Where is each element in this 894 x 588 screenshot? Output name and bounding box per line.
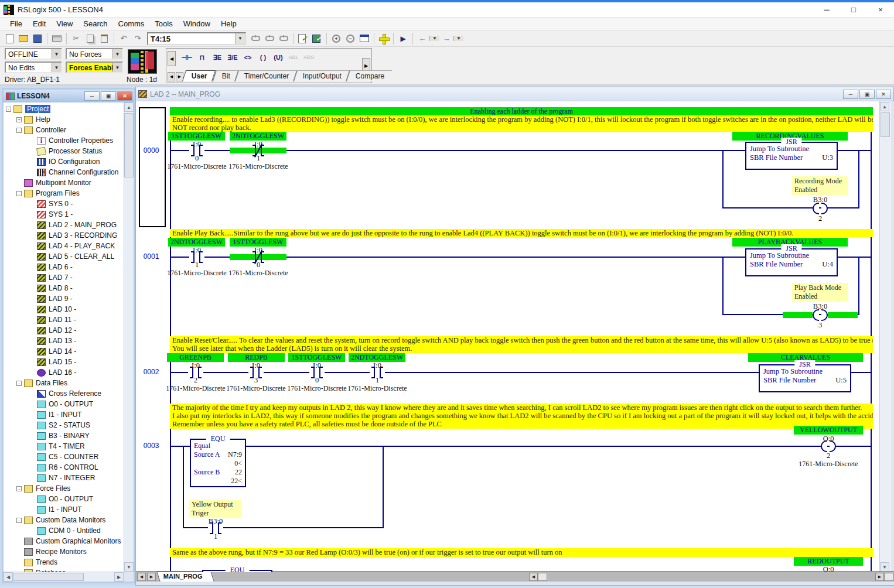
contact-tag[interactable]: 1STTOGGLESW bbox=[168, 132, 225, 141]
close-button[interactable]: × bbox=[867, 2, 894, 18]
tabstrip-right-icon[interactable]: ▶ bbox=[147, 573, 156, 581]
tree-item[interactable]: LAD 15 - bbox=[4, 357, 124, 367]
forces-enabled-select[interactable]: Forces Enabled▼ bbox=[66, 61, 123, 73]
tree-item[interactable]: LAD 2 - MAIN_PROG bbox=[4, 220, 124, 230]
palette-scroll-left-icon[interactable]: ◀ bbox=[168, 51, 176, 66]
contact-address[interactable]: B3:0 bbox=[195, 517, 237, 526]
edits-dropdown-icon[interactable]: ▼ bbox=[52, 63, 61, 72]
tree-item[interactable]: O0 - OUTPUT bbox=[4, 399, 124, 409]
tree-item[interactable]: - Force Files bbox=[4, 483, 124, 494]
tree-item[interactable]: Trends bbox=[4, 557, 124, 568]
new-component-icon[interactable] bbox=[377, 33, 390, 45]
cut-icon[interactable]: ✂ bbox=[70, 33, 83, 45]
properties-window-icon[interactable] bbox=[358, 33, 371, 45]
open-icon[interactable] bbox=[17, 33, 30, 45]
tree-item[interactable]: - Project bbox=[4, 104, 124, 114]
tree-expand-toggle[interactable]: - bbox=[6, 107, 11, 112]
nav-forward-icon[interactable]: → bbox=[440, 33, 453, 45]
tree-item[interactable]: Processor Status bbox=[4, 146, 124, 156]
coil-address[interactable]: O:0 bbox=[807, 435, 849, 443]
tree-item[interactable]: N7 - INTEGER bbox=[4, 473, 124, 483]
tree-item[interactable]: CDM 0 - Untitled bbox=[4, 525, 124, 536]
contact-tag[interactable]: REDPB bbox=[228, 353, 285, 362]
coil-address[interactable]: O:0 bbox=[807, 565, 849, 572]
tree-expand-toggle[interactable]: - bbox=[16, 518, 22, 523]
ladder-hscroll-left-icon[interactable]: ◀ bbox=[529, 573, 538, 581]
find-replace-icon[interactable] bbox=[263, 33, 276, 45]
mode-dropdown-icon[interactable]: ▼ bbox=[52, 49, 61, 59]
contact-tag[interactable]: GREENPB bbox=[167, 353, 224, 362]
ladder-restore-button[interactable]: ▣ bbox=[859, 90, 875, 99]
ladder-hscroll-right-icon[interactable]: ▶ bbox=[875, 573, 884, 581]
rung-number[interactable]: 0003 bbox=[136, 442, 166, 450]
tree-expand-toggle[interactable]: - bbox=[16, 486, 22, 491]
tree-item[interactable]: SYS 1 - bbox=[4, 209, 124, 220]
tree-item[interactable]: Recipe Monitors bbox=[4, 546, 124, 557]
contact-address[interactable]: I:0 bbox=[356, 361, 398, 370]
tree-item[interactable]: C5 - COUNTER bbox=[4, 452, 124, 462]
ladder-close-button[interactable]: ✕ bbox=[876, 90, 891, 99]
tree-expand-toggle[interactable]: - bbox=[16, 381, 22, 386]
menu-item[interactable]: Search bbox=[78, 18, 112, 29]
menu-item[interactable]: Tools bbox=[149, 18, 178, 29]
contact-address[interactable]: I:0 bbox=[237, 246, 279, 255]
tree-item[interactable]: LAD 5 - CLEAR_ALL bbox=[4, 251, 124, 262]
print-icon[interactable] bbox=[50, 33, 63, 45]
tree-item[interactable]: - Program Files bbox=[4, 188, 124, 199]
tree-vertical-scrollbar[interactable]: ▲ ▼ bbox=[124, 102, 134, 572]
tree-item[interactable]: SYS 0 - bbox=[4, 199, 124, 209]
ladder-scroll-up-icon[interactable]: ▲ bbox=[880, 102, 889, 111]
forces-status-select[interactable]: No Forces▼ bbox=[66, 48, 123, 60]
contact-address[interactable]: I:0 bbox=[235, 361, 277, 370]
tree-item[interactable]: R6 - CONTROL bbox=[4, 462, 124, 473]
contact-tag[interactable]: 1STTOGGLESW bbox=[288, 353, 345, 362]
palette-tabs-left-icon[interactable]: ◀ bbox=[168, 72, 175, 81]
tree-item[interactable]: - Controller bbox=[4, 125, 124, 135]
new-icon[interactable] bbox=[3, 33, 16, 45]
tree-item[interactable]: LAD 8 - bbox=[4, 283, 124, 293]
tree-restore-button[interactable]: ▣ bbox=[101, 91, 116, 101]
palette-tab[interactable]: Input/Output bbox=[293, 70, 349, 81]
tree-item[interactable]: LAD 16 - bbox=[4, 367, 124, 378]
palette-tab[interactable]: Bit bbox=[212, 70, 238, 81]
ladder-scroll-thumb[interactable] bbox=[881, 112, 890, 137]
program-tab[interactable]: MAIN_PROG bbox=[156, 572, 214, 582]
tree-item[interactable]: LAD 10 - bbox=[4, 304, 124, 314]
instruction-button[interactable]: ⊣⊢ bbox=[179, 51, 195, 64]
rung-number[interactable]: 0001 bbox=[136, 252, 166, 261]
palette-tab[interactable]: Timer/Counter bbox=[234, 70, 296, 81]
forces-dropdown-icon[interactable]: ▼ bbox=[112, 49, 122, 59]
contact-tag[interactable]: 2NDTOGGLESW bbox=[349, 353, 405, 362]
nav-back-dropdown[interactable]: ▼ bbox=[429, 36, 439, 41]
jsr-instruction[interactable]: JSR Jump To Subroutine SBR File NumberU:… bbox=[745, 142, 838, 170]
minimize-button[interactable]: ─ bbox=[813, 2, 840, 18]
coil-tag[interactable]: REDOUTPUT bbox=[794, 557, 863, 566]
tree-expand-toggle[interactable]: - bbox=[16, 128, 22, 133]
tree-resize-grip[interactable] bbox=[124, 572, 134, 582]
tree-close-button[interactable]: ✕ bbox=[117, 91, 132, 101]
tree-item[interactable]: LAD 11 - bbox=[4, 314, 124, 325]
menu-item[interactable]: Comms bbox=[113, 18, 150, 29]
instruction-button[interactable]: ABL bbox=[286, 51, 301, 64]
project-tree-titlebar[interactable]: LESSON4 ─ ▣ ✕ bbox=[4, 90, 134, 102]
menu-item[interactable]: Edit bbox=[28, 18, 51, 29]
menu-item[interactable]: File bbox=[5, 18, 28, 29]
redo-icon[interactable]: ↷ bbox=[131, 33, 144, 45]
contact-address[interactable]: I:0 bbox=[296, 361, 338, 370]
verify-project-icon[interactable]: ✓ bbox=[310, 33, 323, 45]
tree-horizontal-scrollbar[interactable]: ◀ ▶ bbox=[4, 572, 124, 582]
run-icon[interactable]: ▶ bbox=[397, 33, 410, 45]
tree-item[interactable]: IO Configuration bbox=[4, 156, 124, 167]
zoom-out-icon[interactable]: − bbox=[344, 33, 357, 45]
contact-tag[interactable]: 2NDTOGGLESW bbox=[230, 132, 286, 141]
tree-scroll-right-icon[interactable]: ▶ bbox=[114, 572, 124, 582]
tree-hscroll-thumb[interactable] bbox=[13, 573, 84, 581]
ladder-scroll-down-icon[interactable]: ▼ bbox=[880, 562, 889, 572]
tree-item[interactable]: Database bbox=[4, 568, 124, 572]
menu-item[interactable]: View bbox=[51, 18, 78, 29]
palette-tab[interactable]: Compare bbox=[346, 70, 393, 81]
tree-scroll-down-icon[interactable]: ▼ bbox=[124, 562, 134, 572]
tabstrip-left-icon[interactable]: ◀ bbox=[137, 573, 146, 581]
tree-item[interactable]: - Custom Data Monitors bbox=[4, 515, 124, 525]
equ-instruction[interactable]: EQU Equal Source AN7:9 0< Source B22 22< bbox=[190, 439, 246, 487]
